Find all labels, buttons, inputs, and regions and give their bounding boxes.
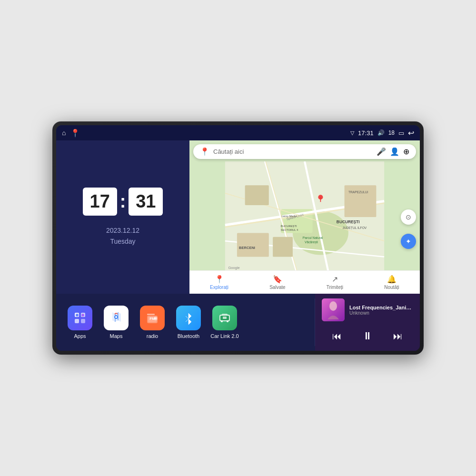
status-right-info: ▽ 17:31 🔊 18 ▭ ↩ — [350, 129, 414, 138]
music-title: Lost Frequencies_Janieck Devy-... — [349, 305, 413, 310]
share-label: Trimiteți — [327, 285, 343, 290]
news-label: Noutăți — [384, 285, 399, 290]
app-item-radio[interactable]: FM radio — [138, 306, 167, 339]
svg-rect-38 — [147, 314, 155, 315]
battery-level: 18 — [388, 129, 395, 136]
account-icon[interactable]: 👤 — [390, 147, 399, 156]
device-screen: ⌂ 📍 ▽ 17:31 🔊 18 ▭ ↩ 17 : 31 — [56, 125, 420, 351]
svg-point-43 — [221, 320, 223, 322]
svg-point-32 — [81, 314, 84, 317]
app-item-maps[interactable]: Maps — [102, 306, 130, 339]
music-artist: Unknown — [349, 310, 413, 316]
music-next-button[interactable]: ⏭ — [388, 329, 407, 344]
radio-label: radio — [147, 333, 158, 339]
music-play-pause-button[interactable]: ⏸ — [357, 328, 377, 344]
clock-date: 2023.12.12 Tuesday — [106, 225, 139, 247]
main-content: 17 : 31 2023.12.12 Tuesday 📍 Căutați aic… — [56, 140, 420, 351]
album-art-visual — [322, 298, 345, 321]
bluetooth-icon-wrapper — [176, 306, 201, 330]
map-nav-noutati[interactable]: 🔔 Noutăți — [384, 275, 399, 290]
signal-icon: ▽ — [350, 130, 354, 136]
explore-icon: 📍 — [215, 275, 224, 284]
maps-icon — [104, 306, 129, 330]
volume-icon: 🔊 — [377, 129, 385, 136]
svg-point-34 — [115, 316, 117, 318]
svg-rect-12 — [273, 237, 293, 257]
map-nav-salvate[interactable]: 🔖 Salvate — [269, 275, 285, 290]
music-controls: ⏮ ⏸ ⏭ — [322, 326, 413, 346]
music-player: Lost Frequencies_Janieck Devy-... Unknow… — [315, 294, 420, 351]
carlink-label: Car Link 2.0 — [210, 333, 238, 339]
apps-label: Apps — [74, 333, 86, 339]
map-pin-icon: 📍 — [200, 147, 209, 156]
svg-rect-11 — [237, 233, 269, 257]
svg-text:Parcul Natural: Parcul Natural — [303, 236, 323, 239]
maps-label: Maps — [110, 333, 123, 339]
svg-text:BUCUREȘTI: BUCUREȘTI — [281, 225, 297, 228]
app-launcher: Apps — [56, 294, 315, 351]
share-icon: ↗ — [332, 275, 338, 284]
map-panel[interactable]: 📍 Căutați aici 🎤 👤 ⊕ — [189, 140, 420, 294]
bluetooth-label: Bluetooth — [178, 333, 199, 339]
map-compass-button[interactable]: ✦ — [401, 234, 416, 249]
status-left-icons: ⌂ 📍 — [62, 129, 80, 138]
music-prev-button[interactable]: ⏮ — [327, 329, 347, 344]
svg-text:JUDEȚUL ILFOV: JUDEȚUL ILFOV — [342, 226, 367, 230]
maps-status-icon[interactable]: 📍 — [70, 129, 80, 138]
svg-rect-30 — [81, 319, 85, 323]
home-icon[interactable]: ⌂ — [62, 129, 66, 137]
clock-panel: 17 : 31 2023.12.12 Tuesday — [56, 140, 189, 294]
app-item-carlink[interactable]: Car Link 2.0 — [210, 306, 239, 339]
svg-rect-45 — [223, 317, 227, 319]
top-section: 17 : 31 2023.12.12 Tuesday 📍 Căutați aic… — [56, 140, 420, 294]
music-top: Lost Frequencies_Janieck Devy-... Unknow… — [322, 298, 413, 321]
svg-point-44 — [227, 320, 228, 322]
svg-text:BERCENI: BERCENI — [239, 246, 255, 250]
bottom-section: Apps — [56, 294, 420, 351]
layers-icon[interactable]: ⊕ — [403, 147, 409, 156]
clock-minutes: 31 — [129, 188, 163, 216]
device-body: ⌂ 📍 ▽ 17:31 🔊 18 ▭ ↩ 17 : 31 — [52, 121, 424, 355]
map-location-button[interactable]: ⊙ — [401, 209, 416, 225]
saved-label: Salvate — [269, 285, 285, 290]
map-visual: Splaiul Unirii BERCENI BUCUREȘTI JUDEȚ — [189, 161, 420, 273]
svg-text:Google: Google — [228, 266, 240, 270]
clock-display: 17 : 31 — [83, 188, 163, 216]
mic-icon[interactable]: 🎤 — [377, 147, 386, 156]
svg-text:Leroy Merlin: Leroy Merlin — [282, 215, 297, 218]
svg-text:TRAPEZULUI: TRAPEZULUI — [348, 190, 368, 194]
app-item-bluetooth[interactable]: Bluetooth — [174, 306, 203, 339]
svg-point-47 — [329, 301, 337, 311]
carlink-icon — [212, 306, 237, 330]
svg-text:SECTORUL 4: SECTORUL 4 — [281, 228, 298, 231]
radio-icon: FM — [140, 306, 165, 330]
svg-rect-29 — [75, 319, 79, 323]
music-info: Lost Frequencies_Janieck Devy-... Unknow… — [349, 305, 413, 316]
svg-point-31 — [76, 314, 79, 317]
map-nav-explorari[interactable]: 📍 Explorați — [210, 275, 228, 290]
apps-icon — [68, 306, 92, 330]
map-search-bar[interactable]: 📍 Căutați aici 🎤 👤 ⊕ — [193, 144, 416, 159]
battery-icon: ▭ — [398, 129, 404, 137]
svg-point-40 — [155, 317, 157, 319]
map-nav-trimiteti[interactable]: ↗ Trimiteți — [327, 275, 343, 290]
status-bar: ⌂ 📍 ▽ 17:31 🔊 18 ▭ ↩ — [56, 125, 420, 140]
map-bottom-bar: 📍 Explorați 🔖 Salvate ↗ Trimiteți 🔔 — [189, 270, 420, 294]
map-search-icons: 🎤 👤 ⊕ — [377, 147, 409, 156]
back-icon[interactable]: ↩ — [408, 129, 414, 138]
svg-text:BUCUREȘTI: BUCUREȘTI — [337, 219, 360, 224]
music-album-art — [322, 298, 345, 321]
news-icon: 🔔 — [387, 275, 397, 284]
svg-text:Văcărești: Văcărești — [305, 240, 318, 244]
clock-colon: : — [120, 191, 126, 212]
explore-label: Explorați — [210, 285, 228, 290]
svg-rect-14 — [245, 185, 269, 205]
saved-icon: 🔖 — [273, 275, 282, 284]
status-time: 17:31 — [358, 129, 374, 137]
app-item-apps[interactable]: Apps — [66, 306, 94, 339]
clock-hours: 17 — [83, 188, 117, 216]
map-search-placeholder[interactable]: Căutați aici — [213, 148, 373, 155]
